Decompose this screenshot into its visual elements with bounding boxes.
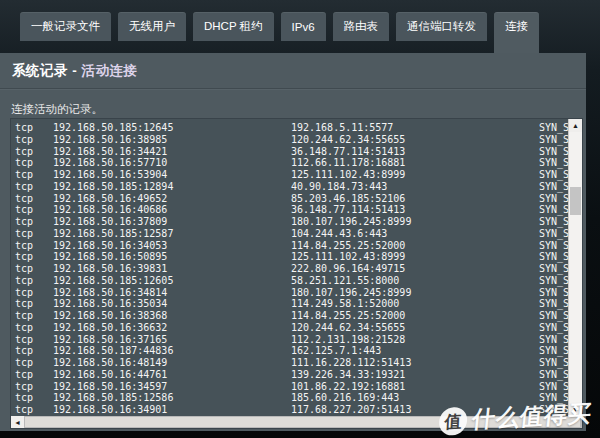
destination-address-cell: 36.148.77.114:51413 bbox=[291, 204, 539, 216]
connection-row: tcp192.168.50.16:53904125.111.102.43:899… bbox=[15, 169, 568, 181]
state-cell: SYN_S bbox=[539, 287, 568, 299]
connection-row: tcp192.168.50.16:50895125.111.102.43:899… bbox=[15, 251, 568, 263]
tab-wireless-clients[interactable]: 无线用户 bbox=[118, 12, 186, 41]
source-address-cell: 192.168.50.16:50895 bbox=[53, 251, 291, 263]
protocol-cell: tcp bbox=[15, 287, 53, 299]
source-address-cell: 192.168.50.16:49652 bbox=[53, 193, 291, 205]
protocol-cell: tcp bbox=[15, 404, 53, 416]
tab-general-log[interactable]: 一般记录文件 bbox=[20, 12, 111, 41]
source-address-cell: 192.168.50.16:34597 bbox=[53, 381, 291, 393]
protocol-cell: tcp bbox=[15, 181, 53, 193]
protocol-cell: tcp bbox=[15, 216, 53, 228]
state-cell: SYN_S bbox=[539, 181, 568, 193]
source-address-cell: 192.168.50.16:37165 bbox=[53, 334, 291, 346]
destination-address-cell: 104.244.43.6:443 bbox=[291, 228, 539, 240]
source-address-cell: 192.168.50.187:44836 bbox=[53, 345, 291, 357]
state-cell: SYN_S bbox=[539, 404, 568, 416]
protocol-cell: tcp bbox=[15, 322, 53, 334]
state-cell: SYN_S bbox=[539, 193, 568, 205]
connection-row: tcp192.168.50.185:1260558.251.121.55:800… bbox=[15, 275, 568, 287]
source-address-cell: 192.168.50.16:44761 bbox=[53, 369, 291, 381]
horizontal-scroll-thumb[interactable] bbox=[25, 417, 580, 427]
protocol-cell: tcp bbox=[15, 275, 53, 287]
connection-row: tcp192.168.50.185:12587104.244.43.6:443S… bbox=[15, 228, 568, 240]
connections-list[interactable]: tcp192.168.50.185:12645192.168.5.11:5577… bbox=[11, 119, 568, 416]
connection-row: tcp192.168.50.16:37165112.2.131.198:2152… bbox=[15, 334, 568, 346]
connection-row: tcp192.168.50.16:48149111.16.228.112:514… bbox=[15, 357, 568, 369]
destination-address-cell: 120.244.62.34:55655 bbox=[291, 322, 539, 334]
vertical-scrollbar[interactable]: ▲ ▼ bbox=[568, 119, 582, 416]
tab-bar: 一般记录文件 无线用户 DHCP 租约 IPv6 路由表 通信端口转发 连接 bbox=[20, 12, 539, 53]
destination-address-cell: 111.16.228.112:51413 bbox=[291, 357, 539, 369]
source-address-cell: 192.168.50.185:12605 bbox=[53, 275, 291, 287]
source-address-cell: 192.168.50.185:12645 bbox=[53, 122, 291, 134]
vertical-scroll-thumb[interactable] bbox=[570, 187, 581, 215]
tab-routing-table[interactable]: 路由表 bbox=[333, 12, 390, 41]
state-cell: SYN_S bbox=[539, 228, 568, 240]
connection-row: tcp192.168.50.16:34901117.68.227.207:514… bbox=[15, 404, 568, 416]
destination-address-cell: 222.80.96.164:49715 bbox=[291, 263, 539, 275]
source-address-cell: 192.168.50.16:34421 bbox=[53, 146, 291, 158]
state-cell: SYN_S bbox=[539, 357, 568, 369]
state-cell: SYN_S bbox=[539, 169, 568, 181]
scroll-up-icon[interactable]: ▲ bbox=[569, 119, 582, 132]
page-title: 系统记录 - 活动连接 bbox=[0, 53, 586, 89]
connection-row: tcp192.168.50.16:34053114.84.255.25:5200… bbox=[15, 240, 568, 252]
protocol-cell: tcp bbox=[15, 263, 53, 275]
state-cell: SYN_S bbox=[539, 122, 568, 134]
page-title-prefix: 系统记录 - bbox=[12, 63, 82, 78]
protocol-cell: tcp bbox=[15, 345, 53, 357]
tab-dhcp-leases[interactable]: DHCP 租约 bbox=[193, 12, 274, 41]
source-address-cell: 192.168.50.185:12587 bbox=[53, 228, 291, 240]
source-address-cell: 192.168.50.16:38985 bbox=[53, 134, 291, 146]
source-address-cell: 192.168.50.185:12586 bbox=[53, 392, 291, 404]
tab-ipv6[interactable]: IPv6 bbox=[281, 12, 326, 41]
destination-address-cell: 180.107.196.245:8999 bbox=[291, 287, 539, 299]
connection-row: tcp192.168.50.16:34597101.86.22.192:1688… bbox=[15, 381, 568, 393]
protocol-cell: tcp bbox=[15, 169, 53, 181]
connection-row: tcp192.168.50.185:12586185.60.216.169:44… bbox=[15, 392, 568, 404]
destination-address-cell: 114.84.255.25:52000 bbox=[291, 240, 539, 252]
scroll-left-icon[interactable]: ◄ bbox=[11, 416, 24, 428]
state-cell: SYN_S bbox=[539, 298, 568, 310]
state-cell: SYN_S bbox=[539, 381, 568, 393]
connections-table: tcp192.168.50.185:12645192.168.5.11:5577… bbox=[10, 118, 583, 429]
connection-row: tcp192.168.50.185:12645192.168.5.11:5577… bbox=[15, 122, 568, 134]
destination-address-cell: 58.251.121.55:8000 bbox=[291, 275, 539, 287]
tab-connections[interactable]: 连接 bbox=[494, 12, 539, 53]
connection-row: tcp192.168.50.16:4068636.148.77.114:5141… bbox=[15, 204, 568, 216]
destination-address-cell: 114.249.58.1:52000 bbox=[291, 298, 539, 310]
source-address-cell: 192.168.50.16:40686 bbox=[53, 204, 291, 216]
connection-row: tcp192.168.50.16:4965285.203.46.185:5210… bbox=[15, 193, 568, 205]
destination-address-cell: 192.168.5.11:5577 bbox=[291, 122, 539, 134]
connection-row: tcp192.168.50.16:36632120.244.62.34:5565… bbox=[15, 322, 568, 334]
connection-row: tcp192.168.50.16:38985120.244.62.34:5565… bbox=[15, 134, 568, 146]
state-cell: SYN_S bbox=[539, 322, 568, 334]
protocol-cell: tcp bbox=[15, 369, 53, 381]
connection-row: tcp192.168.50.185:1289440.90.184.73:443S… bbox=[15, 181, 568, 193]
connection-row: tcp192.168.50.16:34814180.107.196.245:89… bbox=[15, 287, 568, 299]
tab-port-forwarding[interactable]: 通信端口转发 bbox=[396, 12, 487, 41]
connection-row: tcp192.168.50.16:57710112.66.11.178:1688… bbox=[15, 157, 568, 169]
destination-address-cell: 85.203.46.185:52106 bbox=[291, 193, 539, 205]
scroll-down-icon[interactable]: ▼ bbox=[569, 403, 582, 416]
source-address-cell: 192.168.50.16:35034 bbox=[53, 298, 291, 310]
protocol-cell: tcp bbox=[15, 122, 53, 134]
destination-address-cell: 101.86.22.192:16881 bbox=[291, 381, 539, 393]
destination-address-cell: 162.125.7.1:443 bbox=[291, 345, 539, 357]
horizontal-scrollbar[interactable]: ◄ bbox=[11, 416, 582, 428]
destination-address-cell: 112.2.131.198:21528 bbox=[291, 334, 539, 346]
destination-address-cell: 120.244.62.34:55655 bbox=[291, 134, 539, 146]
protocol-cell: tcp bbox=[15, 310, 53, 322]
source-address-cell: 192.168.50.16:34901 bbox=[53, 404, 291, 416]
source-address-cell: 192.168.50.16:53904 bbox=[53, 169, 291, 181]
destination-address-cell: 125.111.102.43:8999 bbox=[291, 251, 539, 263]
protocol-cell: tcp bbox=[15, 157, 53, 169]
state-cell: SYN_S bbox=[539, 263, 568, 275]
connection-row: tcp192.168.50.16:37809180.107.196.245:89… bbox=[15, 216, 568, 228]
destination-address-cell: 36.148.77.114:51413 bbox=[291, 146, 539, 158]
state-cell: SYN_S bbox=[539, 345, 568, 357]
protocol-cell: tcp bbox=[15, 240, 53, 252]
state-cell: SYN_S bbox=[539, 146, 568, 158]
source-address-cell: 192.168.50.16:37809 bbox=[53, 216, 291, 228]
